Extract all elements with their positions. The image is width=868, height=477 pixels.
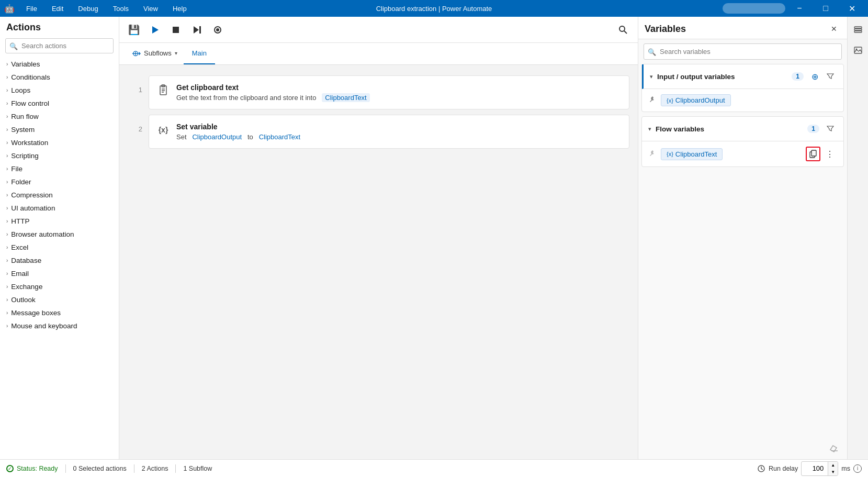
subflows-tab[interactable]: ⟴ Subflows ▾ (126, 43, 184, 64)
action-group-system[interactable]: › System (0, 123, 119, 136)
menu-view[interactable]: View (140, 3, 161, 15)
input-output-count: 1 (792, 72, 804, 81)
action-group-uiautomation[interactable]: › UI automation (0, 202, 119, 215)
delay-increment-button[interactable]: ▲ (828, 462, 838, 469)
add-variable-button[interactable]: ⊕ (808, 70, 821, 83)
actions-heading: Actions (0, 17, 119, 36)
stop-button[interactable] (167, 21, 184, 38)
menu-edit[interactable]: Edit (49, 3, 66, 15)
clipboard-text-more-button[interactable]: ⋮ (822, 147, 837, 161)
action-group-label: Flow control (11, 99, 49, 107)
chevron-icon: › (6, 192, 8, 198)
main-tab[interactable]: Main (184, 43, 215, 64)
flow-variables-section-header[interactable]: ▾ Flow variables 1 (642, 117, 843, 141)
actions-search-icon: 🔍 (9, 42, 18, 50)
variables-search-input[interactable] (644, 43, 842, 60)
action-group-label: Outlook (11, 296, 36, 304)
delay-decrement-button[interactable]: ▼ (828, 469, 838, 475)
search-button[interactable] (615, 21, 632, 38)
chevron-icon: › (6, 231, 8, 237)
step-2-number: 2 (130, 123, 142, 133)
step-2-wrapper: 2 {x} Set variable Set ClipboardOutput t… (149, 115, 629, 149)
step-2-title: Set variable (176, 123, 621, 131)
canvas-content: 1 Get clipboard text Get the text from t… (119, 65, 638, 459)
variables-spacer (638, 171, 847, 437)
action-group-conditionals[interactable]: › Conditionals (0, 71, 119, 84)
layers-icon (853, 25, 863, 34)
action-group-exchange[interactable]: › Exchange (0, 280, 119, 293)
action-group-compression[interactable]: › Compression (0, 188, 119, 202)
clipboard-copy-icon (809, 150, 817, 158)
flow-variables-count: 1 (807, 125, 819, 133)
action-group-loops[interactable]: › Loops (0, 84, 119, 97)
record-button[interactable] (209, 21, 226, 38)
image-icon (853, 46, 863, 55)
action-group-variables[interactable]: › Variables (0, 58, 119, 71)
clear-variables-button[interactable] (827, 441, 841, 455)
minimize-button[interactable]: − (787, 0, 811, 17)
action-group-label: Workstation (11, 139, 48, 147)
subflow-count-label: 1 Subflow (183, 465, 212, 472)
menu-file[interactable]: File (23, 3, 40, 15)
action-group-email[interactable]: › Email (0, 267, 119, 280)
delay-input-wrap: ▲ ▼ (801, 461, 838, 476)
chevron-icon: › (6, 114, 8, 119)
action-group-mousekeyboard[interactable]: › Mouse and keyboard (0, 319, 119, 332)
action-group-workstation[interactable]: › Workstation (0, 136, 119, 149)
flow-variables-title: Flow variables (656, 125, 803, 133)
svg-marker-0 (152, 26, 159, 34)
step-2-var-output[interactable]: ClipboardOutput (192, 133, 242, 141)
menu-help[interactable]: Help (170, 3, 190, 15)
action-group-runflow[interactable]: › Run flow (0, 110, 119, 123)
action-group-scripting[interactable]: › Scripting (0, 149, 119, 162)
variables-search-area: 🔍 (644, 43, 842, 60)
action-group-folder[interactable]: › Folder (0, 175, 119, 188)
step-1-var-clipboard-text[interactable]: ClipboardText (322, 93, 370, 102)
close-button[interactable]: ✕ (840, 0, 864, 17)
variables-close-button[interactable]: ✕ (827, 22, 841, 36)
action-group-messageboxes[interactable]: › Message boxes (0, 306, 119, 319)
step-2-var-clipboardtext[interactable]: ClipboardText (259, 133, 301, 141)
action-group-label: HTTP (11, 217, 29, 225)
filter-variables-button[interactable] (824, 70, 837, 83)
run-button[interactable] (146, 21, 163, 38)
filter-flow-variables-button[interactable] (824, 122, 837, 136)
menu-tools[interactable]: Tools (110, 3, 132, 15)
action-group-browserautomation[interactable]: › Browser automation (0, 228, 119, 241)
menu-debug[interactable]: Debug (75, 3, 101, 15)
action-group-http[interactable]: › HTTP (0, 215, 119, 228)
action-group-label: Mouse and keyboard (11, 322, 77, 330)
step-1-number: 1 (130, 84, 142, 94)
svg-point-5 (216, 28, 219, 31)
action-group-label: Excel (11, 243, 28, 251)
input-output-collapse-icon: ▾ (650, 73, 653, 80)
input-output-actions: ⊕ (808, 70, 837, 83)
status-divider-2 (134, 464, 134, 473)
action-group-label: File (11, 165, 22, 173)
info-icon[interactable]: i (853, 464, 862, 473)
actions-search-input[interactable] (5, 38, 114, 53)
action-group-label: Scripting (11, 152, 39, 160)
image-button[interactable] (850, 42, 866, 59)
filter-icon (827, 73, 834, 80)
chevron-icon: › (6, 140, 8, 146)
app-icon: 🤖 (4, 4, 15, 14)
clipboard-text-copy-button[interactable] (806, 147, 820, 161)
layers-button[interactable] (850, 21, 866, 38)
delay-value-input[interactable] (802, 463, 828, 474)
action-group-file[interactable]: › File (0, 162, 119, 175)
svg-rect-14 (811, 150, 816, 156)
save-button[interactable]: 💾 (126, 21, 142, 38)
chevron-icon: › (6, 166, 8, 172)
step-1-wrapper: 1 Get clipboard text Get the text from t… (149, 75, 629, 109)
action-group-outlook[interactable]: › Outlook (0, 293, 119, 306)
action-group-excel[interactable]: › Excel (0, 241, 119, 254)
action-group-database[interactable]: › Database (0, 254, 119, 267)
chevron-icon: › (6, 310, 8, 316)
step-button[interactable] (188, 21, 205, 38)
status-circle-icon (6, 465, 14, 472)
step-1: Get clipboard text Get the text from the… (149, 75, 629, 109)
input-output-section-header[interactable]: ▾ Input / output variables 1 ⊕ (642, 64, 843, 89)
action-group-flowcontrol[interactable]: › Flow control (0, 97, 119, 110)
maximize-button[interactable]: □ (814, 0, 838, 17)
